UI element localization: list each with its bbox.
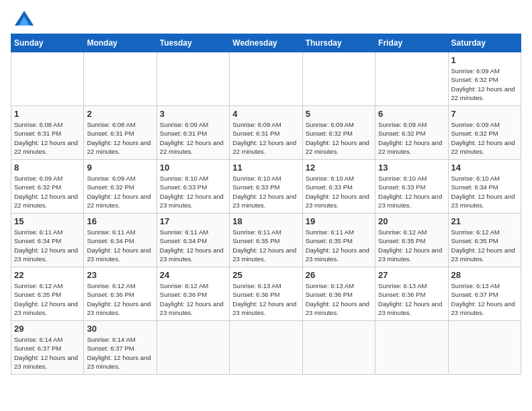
cell-info: Sunrise: 6:12 AMSunset: 6:35 PMDaylight:… (14, 281, 81, 317)
calendar-cell: 18Sunrise: 6:11 AMSunset: 6:35 PMDayligh… (230, 214, 302, 267)
day-number: 1 (451, 55, 518, 65)
day-number: 7 (451, 109, 518, 119)
day-number: 28 (451, 270, 518, 280)
cell-info: Sunrise: 6:13 AMSunset: 6:36 PMDaylight:… (306, 281, 372, 317)
calendar-cell: 4Sunrise: 6:09 AMSunset: 6:31 PMDaylight… (230, 106, 302, 160)
cell-info: Sunrise: 6:10 AMSunset: 6:33 PMDaylight:… (306, 174, 372, 210)
day-number: 26 (306, 270, 372, 280)
day-of-week-header: Friday (375, 34, 448, 52)
logo-icon (15, 11, 34, 26)
calendar-cell: 26Sunrise: 6:13 AMSunset: 6:36 PMDayligh… (302, 267, 375, 321)
calendar-cell: 9Sunrise: 6:09 AMSunset: 6:32 PMDaylight… (84, 160, 157, 214)
calendar-cell (375, 52, 448, 106)
cell-info: Sunrise: 6:11 AMSunset: 6:34 PMDaylight:… (87, 228, 153, 263)
calendar-cell (448, 321, 521, 375)
day-number: 5 (306, 109, 372, 119)
calendar-cell (302, 321, 375, 375)
calendar-cell: 15Sunrise: 6:11 AMSunset: 6:34 PMDayligh… (11, 214, 84, 267)
cell-info: Sunrise: 6:11 AMSunset: 6:34 PMDaylight:… (14, 228, 81, 263)
cell-info: Sunrise: 6:12 AMSunset: 6:35 PMDaylight:… (378, 228, 445, 263)
calendar-cell (375, 321, 448, 375)
day-number: 9 (87, 163, 153, 173)
cell-info: Sunrise: 6:09 AMSunset: 6:31 PMDaylight:… (232, 120, 299, 156)
cell-info: Sunrise: 6:13 AMSunset: 6:36 PMDaylight:… (232, 281, 299, 317)
cell-info: Sunrise: 6:12 AMSunset: 6:36 PMDaylight:… (87, 281, 153, 317)
day-number: 21 (451, 216, 518, 226)
day-of-week-header: Saturday (448, 34, 521, 52)
day-number: 22 (14, 270, 81, 280)
cell-info: Sunrise: 6:13 AMSunset: 6:37 PMDaylight:… (451, 281, 518, 317)
calendar-cell: 6Sunrise: 6:09 AMSunset: 6:32 PMDaylight… (375, 106, 448, 160)
day-number: 29 (14, 324, 81, 334)
calendar-cell: 30Sunrise: 6:14 AMSunset: 6:37 PMDayligh… (84, 321, 157, 375)
calendar-cell (302, 52, 375, 106)
calendar-week-row: 1Sunrise: 6:09 AMSunset: 6:32 PMDaylight… (11, 52, 521, 106)
day-number: 12 (306, 163, 372, 173)
cell-info: Sunrise: 6:11 AMSunset: 6:35 PMDaylight:… (306, 228, 372, 263)
cell-info: Sunrise: 6:12 AMSunset: 6:36 PMDaylight:… (160, 281, 226, 317)
cell-info: Sunrise: 6:10 AMSunset: 6:33 PMDaylight:… (232, 174, 299, 210)
calendar-cell (230, 52, 302, 106)
day-of-week-header: Thursday (302, 34, 375, 52)
calendar-cell: 25Sunrise: 6:13 AMSunset: 6:36 PMDayligh… (230, 267, 302, 321)
day-number: 16 (87, 216, 153, 226)
calendar-week-row: 1Sunrise: 6:08 AMSunset: 6:31 PMDaylight… (11, 106, 521, 160)
calendar-header-row: SundayMondayTuesdayWednesdayThursdayFrid… (11, 34, 521, 52)
logo (11, 11, 39, 26)
day-number: 19 (306, 216, 372, 226)
calendar-table: SundayMondayTuesdayWednesdayThursdayFrid… (11, 34, 521, 375)
day-number: 23 (87, 270, 153, 280)
day-of-week-header: Tuesday (157, 34, 229, 52)
calendar-cell: 12Sunrise: 6:10 AMSunset: 6:33 PMDayligh… (302, 160, 375, 214)
cell-info: Sunrise: 6:08 AMSunset: 6:31 PMDaylight:… (87, 120, 153, 156)
calendar-cell: 24Sunrise: 6:12 AMSunset: 6:36 PMDayligh… (157, 267, 229, 321)
calendar-cell: 11Sunrise: 6:10 AMSunset: 6:33 PMDayligh… (230, 160, 302, 214)
day-number: 3 (160, 109, 226, 119)
calendar-cell: 27Sunrise: 6:13 AMSunset: 6:36 PMDayligh… (375, 267, 448, 321)
cell-info: Sunrise: 6:10 AMSunset: 6:34 PMDaylight:… (451, 174, 518, 210)
calendar-cell (157, 52, 229, 106)
cell-info: Sunrise: 6:11 AMSunset: 6:35 PMDaylight:… (232, 228, 299, 263)
calendar-week-row: 29Sunrise: 6:14 AMSunset: 6:37 PMDayligh… (11, 321, 521, 375)
calendar-cell: 23Sunrise: 6:12 AMSunset: 6:36 PMDayligh… (84, 267, 157, 321)
calendar-cell: 5Sunrise: 6:09 AMSunset: 6:32 PMDaylight… (302, 106, 375, 160)
day-number: 20 (378, 216, 445, 226)
calendar-cell: 20Sunrise: 6:12 AMSunset: 6:35 PMDayligh… (375, 214, 448, 267)
calendar-cell (84, 52, 157, 106)
calendar-cell (157, 321, 229, 375)
calendar-week-row: 8Sunrise: 6:09 AMSunset: 6:32 PMDaylight… (11, 160, 521, 214)
calendar-cell (11, 52, 84, 106)
calendar-cell: 1Sunrise: 6:09 AMSunset: 6:32 PMDaylight… (448, 52, 521, 106)
calendar-cell: 22Sunrise: 6:12 AMSunset: 6:35 PMDayligh… (11, 267, 84, 321)
calendar-week-row: 15Sunrise: 6:11 AMSunset: 6:34 PMDayligh… (11, 214, 521, 267)
day-number: 2 (87, 109, 153, 119)
calendar-cell: 16Sunrise: 6:11 AMSunset: 6:34 PMDayligh… (84, 214, 157, 267)
cell-info: Sunrise: 6:13 AMSunset: 6:36 PMDaylight:… (378, 281, 445, 317)
day-number: 13 (378, 163, 445, 173)
calendar-cell: 8Sunrise: 6:09 AMSunset: 6:32 PMDaylight… (11, 160, 84, 214)
calendar-cell: 10Sunrise: 6:10 AMSunset: 6:33 PMDayligh… (157, 160, 229, 214)
cell-info: Sunrise: 6:09 AMSunset: 6:32 PMDaylight:… (451, 120, 518, 156)
day-number: 6 (378, 109, 445, 119)
calendar-cell: 14Sunrise: 6:10 AMSunset: 6:34 PMDayligh… (448, 160, 521, 214)
calendar-week-row: 22Sunrise: 6:12 AMSunset: 6:35 PMDayligh… (11, 267, 521, 321)
day-number: 18 (232, 216, 299, 226)
calendar-cell: 17Sunrise: 6:11 AMSunset: 6:34 PMDayligh… (157, 214, 229, 267)
day-number: 17 (160, 216, 226, 226)
day-number: 27 (378, 270, 445, 280)
day-number: 14 (451, 163, 518, 173)
calendar-cell: 3Sunrise: 6:09 AMSunset: 6:31 PMDaylight… (157, 106, 229, 160)
cell-info: Sunrise: 6:14 AMSunset: 6:37 PMDaylight:… (87, 335, 153, 371)
cell-info: Sunrise: 6:08 AMSunset: 6:31 PMDaylight:… (14, 120, 81, 156)
cell-info: Sunrise: 6:09 AMSunset: 6:32 PMDaylight:… (451, 66, 518, 102)
day-of-week-header: Sunday (11, 34, 84, 52)
cell-info: Sunrise: 6:10 AMSunset: 6:33 PMDaylight:… (378, 174, 445, 210)
calendar-cell: 28Sunrise: 6:13 AMSunset: 6:37 PMDayligh… (448, 267, 521, 321)
day-of-week-header: Wednesday (230, 34, 302, 52)
day-number: 8 (14, 163, 81, 173)
day-number: 24 (160, 270, 226, 280)
cell-info: Sunrise: 6:09 AMSunset: 6:32 PMDaylight:… (87, 174, 153, 210)
cell-info: Sunrise: 6:09 AMSunset: 6:32 PMDaylight:… (14, 174, 81, 210)
day-number: 25 (232, 270, 299, 280)
calendar-cell: 13Sunrise: 6:10 AMSunset: 6:33 PMDayligh… (375, 160, 448, 214)
